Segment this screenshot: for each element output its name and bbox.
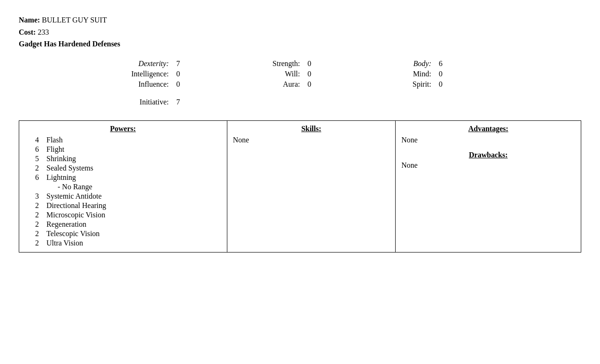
power-name-flight: Flight bbox=[46, 145, 221, 154]
powers-column: Powers: 4 Flash 6 Flight 5 Shrinking 2 S… bbox=[19, 120, 227, 252]
cost-label: Cost: bbox=[19, 28, 36, 36]
will-label: Will: bbox=[244, 70, 300, 78]
power-row-ultra: 2 Ultra Vision bbox=[25, 239, 221, 247]
power-name-regeneration: Regeneration bbox=[46, 220, 221, 229]
drawbacks-header: Drawbacks: bbox=[401, 151, 575, 159]
power-row-lightning: 6 Lightning bbox=[25, 173, 221, 182]
cost-value: 233 bbox=[38, 28, 49, 36]
power-level-regeneration: 2 bbox=[25, 220, 39, 229]
body-value: 6 bbox=[439, 59, 453, 68]
dexterity-value: 7 bbox=[176, 59, 190, 68]
stat-mind: Mind: 0 bbox=[375, 70, 506, 78]
power-level-microscopic: 2 bbox=[25, 211, 39, 219]
name-line: Name: BULLET GUY SUIT bbox=[19, 14, 581, 26]
power-name-telescopic: Telescopic Vision bbox=[46, 230, 221, 238]
powers-list: 4 Flash 6 Flight 5 Shrinking 2 Sealed Sy… bbox=[25, 136, 221, 247]
gadget-note: Gadget Has Hardened Defenses bbox=[19, 38, 581, 50]
aura-label: Aura: bbox=[244, 80, 300, 89]
stat-body: Body: 6 bbox=[375, 59, 506, 68]
dexterity-label: Dexterity: bbox=[112, 59, 169, 68]
name-label: Name: bbox=[19, 16, 40, 24]
spirit-value: 0 bbox=[439, 80, 453, 89]
power-level-sealed: 2 bbox=[25, 164, 39, 172]
power-name-microscopic: Microscopic Vision bbox=[46, 211, 221, 219]
power-row-flight: 6 Flight bbox=[25, 145, 221, 154]
mind-label: Mind: bbox=[375, 70, 431, 78]
stat-influence: Influence: 0 bbox=[112, 80, 244, 89]
power-row-systemic: 3 Systemic Antidote bbox=[25, 192, 221, 201]
power-row-shrinking: 5 Shrinking bbox=[25, 155, 221, 163]
name-value: BULLET GUY SUIT bbox=[42, 16, 107, 24]
powers-header: Powers: bbox=[25, 125, 221, 136]
power-row-sealed: 2 Sealed Systems bbox=[25, 164, 221, 172]
initiative-row: Initiative: 7 bbox=[112, 98, 581, 106]
stats-row-3: Influence: 0 Aura: 0 Spirit: 0 bbox=[112, 80, 581, 89]
stat-intelligence: Intelligence: 0 bbox=[112, 70, 244, 78]
skills-column: Skills: None bbox=[227, 120, 396, 252]
stat-spirit: Spirit: 0 bbox=[375, 80, 506, 89]
power-level-shrinking: 5 bbox=[25, 155, 39, 163]
power-row-directional: 2 Directional Hearing bbox=[25, 201, 221, 210]
advantages-column: Advantages: None Drawbacks: None bbox=[396, 120, 581, 252]
stat-strength: Strength: 0 bbox=[244, 59, 375, 68]
influence-label: Influence: bbox=[112, 80, 169, 89]
aura-value: 0 bbox=[308, 80, 322, 89]
drawbacks-none: None bbox=[401, 161, 575, 170]
stats-row-2: Intelligence: 0 Will: 0 Mind: 0 bbox=[112, 70, 581, 78]
stat-aura: Aura: 0 bbox=[244, 80, 375, 89]
power-name-sealed: Sealed Systems bbox=[46, 164, 221, 172]
intelligence-label: Intelligence: bbox=[112, 70, 169, 78]
lightning-sub: - No Range bbox=[58, 183, 221, 191]
power-level-directional: 2 bbox=[25, 201, 39, 210]
power-row-regeneration: 2 Regeneration bbox=[25, 220, 221, 229]
power-level-flight: 6 bbox=[25, 145, 39, 154]
power-name-directional: Directional Hearing bbox=[46, 201, 221, 210]
power-row-microscopic: 2 Microscopic Vision bbox=[25, 211, 221, 219]
power-row-telescopic: 2 Telescopic Vision bbox=[25, 230, 221, 238]
power-name-flash: Flash bbox=[46, 136, 221, 144]
main-table: Powers: 4 Flash 6 Flight 5 Shrinking 2 S… bbox=[19, 120, 581, 253]
body-label: Body: bbox=[375, 59, 431, 68]
power-name-systemic: Systemic Antidote bbox=[46, 192, 221, 201]
power-name-ultra: Ultra Vision bbox=[46, 239, 221, 247]
stats-row-1: Dexterity: 7 Strength: 0 Body: 6 bbox=[112, 59, 581, 68]
power-level-flash: 4 bbox=[25, 136, 39, 144]
advantages-header: Advantages: bbox=[401, 125, 575, 136]
strength-value: 0 bbox=[308, 59, 322, 68]
skills-header: Skills: bbox=[233, 125, 390, 136]
spirit-label: Spirit: bbox=[375, 80, 431, 89]
skills-none: None bbox=[233, 136, 390, 144]
power-row-flash: 4 Flash bbox=[25, 136, 221, 144]
gadget-note-text: Gadget Has Hardened Defenses bbox=[19, 40, 120, 48]
cost-line: Cost: 233 bbox=[19, 26, 581, 38]
power-name-lightning: Lightning bbox=[46, 173, 221, 182]
initiative-value: 7 bbox=[176, 98, 180, 106]
power-level-lightning: 6 bbox=[25, 173, 39, 182]
power-level-ultra: 2 bbox=[25, 239, 39, 247]
stats-section: Dexterity: 7 Strength: 0 Body: 6 Intelli… bbox=[19, 59, 581, 106]
initiative-label: Initiative: bbox=[112, 98, 169, 106]
advantages-none: None bbox=[401, 136, 575, 144]
stat-dexterity: Dexterity: 7 bbox=[112, 59, 244, 68]
power-name-shrinking: Shrinking bbox=[46, 155, 221, 163]
influence-value: 0 bbox=[176, 80, 190, 89]
will-value: 0 bbox=[308, 70, 322, 78]
power-level-systemic: 3 bbox=[25, 192, 39, 201]
header-section: Name: BULLET GUY SUIT Cost: 233 Gadget H… bbox=[19, 14, 581, 50]
mind-value: 0 bbox=[439, 70, 453, 78]
intelligence-value: 0 bbox=[176, 70, 190, 78]
strength-label: Strength: bbox=[244, 59, 300, 68]
stat-will: Will: 0 bbox=[244, 70, 375, 78]
power-level-telescopic: 2 bbox=[25, 230, 39, 238]
